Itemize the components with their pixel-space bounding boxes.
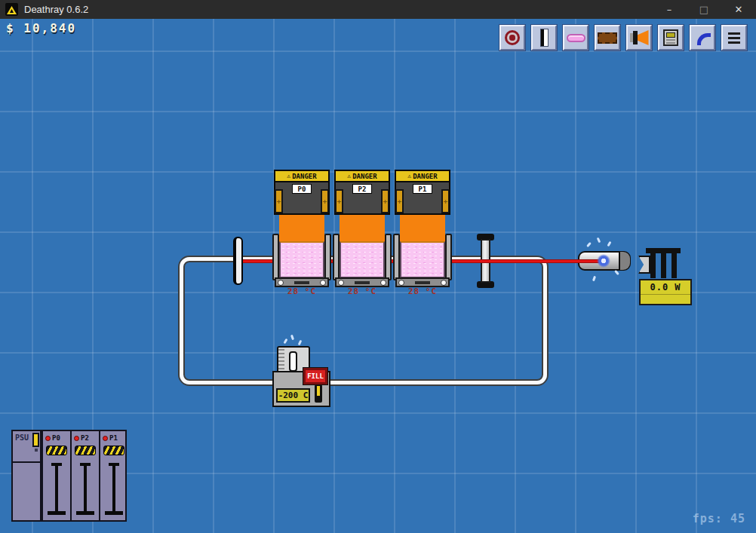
channel-label: P0: [52, 434, 60, 442]
toolbar-button-chamber[interactable]: [595, 25, 620, 51]
toolbar-button-mirror[interactable]: [531, 25, 557, 51]
gain-crystal-p1[interactable]: [400, 241, 445, 278]
cylinder-end-cap: [619, 252, 630, 270]
beam-scatter-glow: [597, 254, 610, 268]
crystal-temperature-p0: 28 °C: [274, 286, 330, 296]
pump-light-column: [279, 213, 324, 244]
psu-channel-p0: P0: [41, 431, 70, 520]
warning-triangle-icon: ⚠: [287, 173, 290, 179]
power-meter-fin: [661, 248, 666, 278]
slider-track: [55, 464, 58, 513]
danger-banner: ⚠ DANGER: [275, 171, 328, 182]
psu-main-column: PSU: [13, 431, 41, 520]
toolbar-button-pipe[interactable]: [690, 25, 715, 51]
channel-led: [103, 436, 108, 441]
pipe-icon: [697, 33, 711, 45]
flange-screw: +: [275, 189, 283, 213]
toolbar-button-gain-medium[interactable]: [563, 25, 589, 51]
crystal-mount-bar: [272, 234, 279, 280]
app-window: Deathray 0.6.2 – □ ✕ $ 10,840 fps: 45: [0, 0, 756, 533]
pump-unit-p1[interactable]: ⚠ DANGER P1 + +: [395, 170, 450, 215]
crystal-mount-bar: [324, 234, 331, 280]
gain-medium-icon: [567, 34, 585, 42]
danger-banner: ⚠ DANGER: [336, 171, 389, 182]
warning-triangle-icon: ⚠: [347, 173, 351, 179]
channel-label: P1: [109, 434, 118, 442]
power-reading: 0.0 W: [641, 282, 690, 295]
psu-power-lever[interactable]: [32, 433, 39, 447]
channel-led: [45, 436, 51, 441]
gain-crystal-p0[interactable]: [279, 241, 324, 278]
chamber-icon: [598, 32, 617, 44]
tank-ribs: [278, 349, 284, 372]
coil-icon: [505, 30, 520, 45]
gain-crystal-p2[interactable]: [340, 241, 385, 278]
pump-label-p1: P1: [413, 184, 432, 194]
psu-title: PSU: [15, 433, 29, 442]
radiation-warning-icon: [7, 6, 17, 14]
flange-screw: +: [395, 189, 404, 213]
pump-icon: [630, 30, 649, 45]
channel-led: [74, 436, 79, 441]
minimize-button[interactable]: –: [652, 0, 687, 19]
channel-connector: [46, 446, 67, 455]
window-title: Deathray 0.6.2: [24, 4, 88, 15]
toolbar-button-pump[interactable]: [626, 25, 652, 51]
menu-icon: [728, 32, 740, 44]
crystal-mount-bar: [393, 234, 400, 280]
app-icon: [5, 3, 18, 16]
psu-channel-p2: P2: [70, 431, 99, 520]
title-bar: Deathray 0.6.2 – □ ✕: [0, 0, 756, 19]
psu-channel-p1: P1: [99, 431, 128, 520]
cooler-lever[interactable]: [315, 384, 322, 403]
crystal-mount-bar: [385, 234, 392, 280]
power-meter-fin: [671, 248, 677, 278]
close-button[interactable]: ✕: [721, 0, 756, 19]
pump-unit-p2[interactable]: ⚠ DANGER P2 + +: [334, 170, 390, 215]
cavity-mirror-left[interactable]: [233, 237, 243, 285]
toolbar-button-coil[interactable]: [499, 25, 525, 51]
power-slider[interactable]: [48, 511, 66, 515]
pump-light-column: [340, 213, 385, 244]
toolbar-button-power-meter[interactable]: [658, 25, 684, 51]
cooler-temperature-display: -200 C: [276, 388, 310, 403]
tank-gauge: [289, 351, 297, 372]
channel-label: P2: [81, 434, 89, 442]
psu-divider: [13, 461, 40, 463]
psu-panel[interactable]: PSU P0 P2 P1: [11, 430, 127, 522]
slider-track: [112, 464, 115, 513]
channel-connector: [103, 446, 124, 455]
power-slider[interactable]: [105, 511, 123, 515]
power-meter-icon: [663, 29, 678, 46]
crystal-mount-bar: [445, 234, 452, 280]
warning-triangle-icon: ⚠: [407, 173, 411, 179]
flange-screw: +: [381, 189, 389, 213]
crystal-temperature-p2: 28 °C: [334, 286, 390, 296]
pump-light-column: [400, 213, 445, 244]
crystal-mount-bar: [333, 234, 340, 280]
power-meter-fin: [650, 248, 656, 278]
power-slider[interactable]: [76, 511, 94, 515]
mirror-icon: [541, 29, 548, 46]
fps-counter: fps: 45: [693, 512, 745, 525]
pump-unit-p0[interactable]: ⚠ DANGER P0 + +: [274, 170, 330, 215]
power-meter-display[interactable]: 0.0 W: [639, 279, 692, 305]
flange-screw: +: [335, 189, 343, 213]
flange-screw: +: [321, 189, 329, 213]
maximize-button[interactable]: □: [687, 0, 721, 19]
crystal-temperature-p1: 28 °C: [395, 286, 450, 296]
fill-button[interactable]: FILL: [303, 368, 327, 384]
slider-track: [84, 464, 87, 513]
channel-connector: [75, 446, 96, 455]
pump-label-p0: P0: [292, 184, 312, 194]
money-counter: $ 10,840: [6, 21, 76, 35]
toolbar-button-menu[interactable]: [721, 25, 747, 51]
flange-screw: +: [441, 189, 450, 213]
danger-banner: ⚠ DANGER: [396, 171, 449, 182]
pump-label-p2: P2: [352, 184, 372, 194]
